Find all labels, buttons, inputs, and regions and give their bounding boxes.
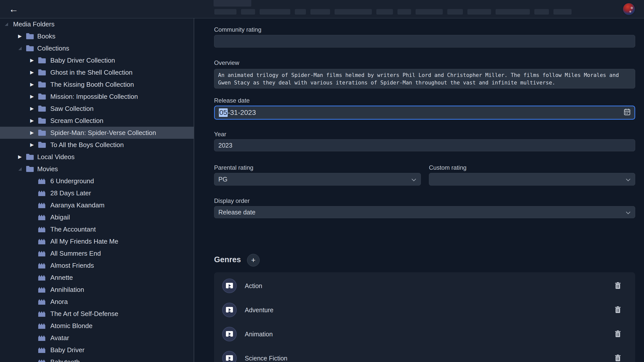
tree-item-label: Baby Driver <box>50 346 85 354</box>
tree-item-baby-driver[interactable]: Baby Driver <box>0 344 194 356</box>
folder-icon <box>38 105 46 112</box>
caret-collapsed-icon[interactable]: ▶ <box>30 143 34 147</box>
tree-item-label: To All the Boys Collection <box>50 141 124 149</box>
genre-row-adventure[interactable]: Adventure <box>214 298 635 322</box>
caret-collapsed-icon[interactable]: ▶ <box>18 34 22 38</box>
tree-item-label: Books <box>37 32 55 40</box>
tree-item-mission-impossible-collection[interactable]: ▶Mission: Impossible Collection <box>0 90 194 103</box>
tree-item-collections[interactable]: Collections <box>0 42 194 54</box>
custom-rating-label: Custom rating <box>429 164 466 171</box>
media-folders-sidebar: Media Folders▶BooksCollections▶Baby Driv… <box>0 18 194 362</box>
folder-icon <box>38 117 46 124</box>
tree-item-annette[interactable]: Annette <box>0 272 194 284</box>
movie-icon <box>38 189 46 197</box>
trash-icon <box>615 354 621 362</box>
genre-row-animation[interactable]: Animation <box>214 322 635 346</box>
caret-collapsed-icon[interactable]: ▶ <box>30 118 34 123</box>
delete-genre-button[interactable] <box>614 305 622 315</box>
tree-item-books[interactable]: ▶Books <box>0 30 194 42</box>
caret-collapsed-icon[interactable]: ▶ <box>30 94 34 99</box>
tree-item-the-art-of-self-defense[interactable]: The Art of Self-Defense <box>0 308 194 320</box>
tree-item-aaranya-kaandam[interactable]: Aaranya Kaandam <box>0 199 194 211</box>
tree-item-annihilation[interactable]: Annihilation <box>0 284 194 296</box>
blurred-scrolled-tab <box>214 0 251 7</box>
tree-item-label: Saw Collection <box>50 105 94 113</box>
genre-row-action[interactable]: Action <box>214 274 635 298</box>
movie-icon <box>38 201 46 209</box>
overview-textarea[interactable]: An animated trilogy of Spider-Man films … <box>214 69 635 88</box>
movie-icon <box>38 334 46 342</box>
tree-item-label: Scream Collection <box>50 117 103 125</box>
caret-collapsed-icon[interactable]: ▶ <box>30 70 34 75</box>
movie-play-icon <box>225 354 234 362</box>
tree-item-abigail[interactable]: Abigail <box>0 211 194 223</box>
genre-name: Action <box>245 282 262 290</box>
caret-expanded-icon[interactable] <box>18 46 22 51</box>
tree-item-atomic-blonde[interactable]: Atomic Blonde <box>0 320 194 332</box>
genre-row-science-fiction[interactable]: Science Fiction <box>214 346 635 362</box>
year-input[interactable]: 2023 <box>214 139 635 151</box>
tree-item-spider-man-spider-verse-collection[interactable]: ▶Spider-Man: Spider-Verse Collection <box>0 127 194 139</box>
caret-collapsed-icon[interactable]: ▶ <box>30 130 34 135</box>
tree-item-label: Avatar <box>50 334 69 342</box>
delete-genre-button[interactable] <box>614 281 622 291</box>
genre-avatar <box>222 279 237 293</box>
tree-item-to-all-the-boys-collection[interactable]: ▶To All the Boys Collection <box>0 139 194 151</box>
back-button[interactable]: ← <box>7 3 20 16</box>
movie-icon <box>38 358 46 362</box>
tree-item-almost-friends[interactable]: Almost Friends <box>0 259 194 272</box>
release-date-input[interactable]: 05-31-2023 <box>214 106 635 120</box>
movie-icon <box>38 177 46 185</box>
tree-item-saw-collection[interactable]: ▶Saw Collection <box>0 103 194 115</box>
tree-item-baby-driver-collection[interactable]: ▶Baby Driver Collection <box>0 54 194 66</box>
back-arrow-icon: ← <box>9 4 18 14</box>
genres-heading: Genres <box>214 255 241 264</box>
tree-item-the-kissing-booth-collection[interactable]: ▶The Kissing Booth Collection <box>0 78 194 90</box>
tree-item-all-summers-end[interactable]: All Summers End <box>0 247 194 259</box>
tree-item-label: Annihilation <box>50 286 84 294</box>
movie-icon <box>38 274 46 281</box>
genres-list: ActionAdventureAnimationScience Fiction <box>214 272 635 362</box>
genre-name: Animation <box>245 331 273 338</box>
movie-play-icon <box>225 282 234 290</box>
tree-item-label: Babyteeth <box>50 358 80 362</box>
tree-item-label: The Art of Self-Defense <box>50 310 118 318</box>
caret-collapsed-icon[interactable]: ▶ <box>30 106 34 111</box>
caret-expanded-icon[interactable] <box>18 167 22 171</box>
trash-icon <box>615 282 621 289</box>
folder-icon <box>26 44 34 52</box>
tree-item-all-my-friends-hate-me[interactable]: All My Friends Hate Me <box>0 235 194 247</box>
folder-icon <box>38 141 46 149</box>
add-genre-button[interactable]: + <box>247 254 260 266</box>
caret-collapsed-icon[interactable]: ▶ <box>18 155 22 159</box>
caret-collapsed-icon[interactable]: ▶ <box>30 82 34 87</box>
tree-item-label: Local Videos <box>37 153 74 161</box>
tree-item-the-accountant[interactable]: The Accountant <box>0 223 194 235</box>
calendar-icon[interactable] <box>624 108 630 117</box>
tree-item-anora[interactable]: Anora <box>0 296 194 308</box>
tree-item-avatar[interactable]: Avatar <box>0 332 194 344</box>
tree-item-scream-collection[interactable]: ▶Scream Collection <box>0 115 194 127</box>
delete-genre-button[interactable] <box>614 353 622 362</box>
caret-collapsed-icon[interactable]: ▶ <box>30 58 34 63</box>
parental-rating-select[interactable]: PG <box>214 173 421 186</box>
user-avatar[interactable] <box>623 3 635 15</box>
tree-item-movies[interactable]: Movies <box>0 163 194 175</box>
tree-item-6-underground[interactable]: 6 Underground <box>0 175 194 187</box>
custom-rating-select[interactable] <box>429 173 635 186</box>
display-order-select[interactable]: Release date <box>214 206 635 218</box>
tree-item-label: Atomic Blonde <box>50 322 93 330</box>
delete-genre-button[interactable] <box>614 329 622 339</box>
genre-name: Science Fiction <box>245 355 288 362</box>
folder-icon <box>38 57 46 64</box>
tree-item-28-days-later[interactable]: 28 Days Later <box>0 187 194 199</box>
tree-item-local-videos[interactable]: ▶Local Videos <box>0 151 194 163</box>
date-rest-segment: -31-2023 <box>228 109 256 117</box>
app-root: ← Media Folders▶BooksCollections▶Baby Dr… <box>0 0 644 362</box>
tree-item-ghost-in-the-shell-collection[interactable]: ▶Ghost in the Shell Collection <box>0 66 194 78</box>
community-rating-input[interactable] <box>214 35 635 48</box>
caret-expanded-icon[interactable] <box>4 22 9 26</box>
community-rating-value <box>214 35 635 47</box>
tree-item-babyteeth[interactable]: Babyteeth <box>0 356 194 362</box>
tree-item-media-folders[interactable]: Media Folders <box>0 18 194 30</box>
